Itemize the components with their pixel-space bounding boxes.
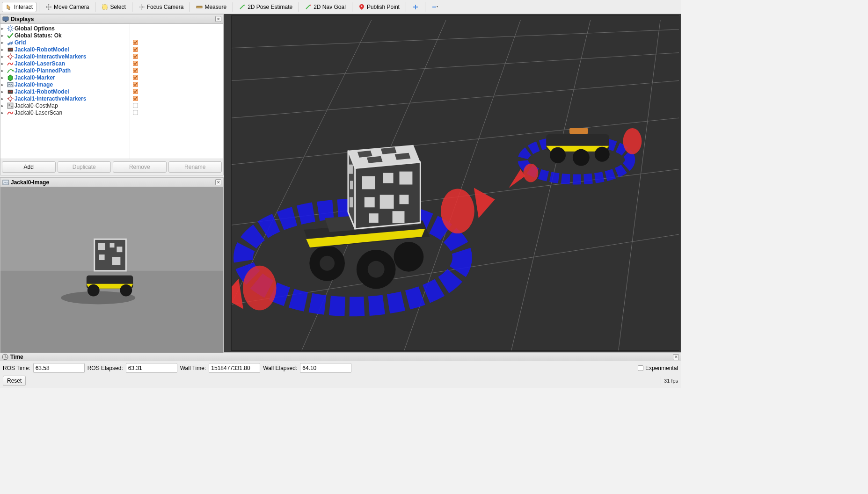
checkbox-icon — [133, 110, 138, 115]
checkbox-icon — [133, 47, 138, 52]
svg-rect-0 — [102, 5, 107, 9]
svg-rect-61 — [350, 197, 353, 207]
svg-point-16 — [11, 91, 12, 92]
plus-tool-button[interactable] — [408, 2, 423, 12]
tree-label: Jackal0-Marker — [15, 74, 55, 81]
svg-rect-30 — [110, 243, 115, 247]
wall-time-label: Wall Time: — [180, 365, 206, 371]
reset-button[interactable]: Reset — [3, 376, 26, 386]
move-camera-button[interactable]: Move Camera — [42, 2, 93, 12]
add-button[interactable]: Add — [2, 161, 56, 173]
tree-row[interactable]: ▸Jackal1-RobotModel — [0, 88, 130, 95]
tree-row[interactable]: ▸Jackal0-CostMap — [0, 102, 130, 109]
tree-row[interactable]: ▸Global Options — [0, 25, 130, 32]
duplicate-button[interactable]: Duplicate — [58, 161, 111, 173]
nav-goal-button[interactable]: 2D Nav Goal — [301, 2, 350, 12]
image-view[interactable] — [0, 187, 223, 353]
wall-time-input[interactable] — [209, 363, 260, 373]
laser-icon — [7, 109, 14, 116]
svg-point-44 — [441, 189, 474, 233]
ros-time-input[interactable] — [33, 363, 85, 373]
image-title: Jackal0-Image — [11, 179, 213, 186]
tree-row[interactable]: ▸Jackal0-RobotModel — [0, 46, 130, 53]
svg-rect-4 — [432, 7, 436, 7]
separator — [95, 2, 95, 12]
wall-elapsed-input[interactable] — [300, 363, 351, 373]
experimental-checkbox[interactable]: Experimental — [638, 365, 678, 371]
svg-point-27 — [120, 284, 132, 297]
tree-check-row[interactable] — [130, 67, 223, 74]
displays-header[interactable]: Displays ✕ — [0, 15, 223, 24]
svg-rect-32 — [112, 257, 120, 265]
tree-check-row[interactable] — [130, 60, 223, 67]
separator — [299, 2, 299, 12]
close-time-button[interactable]: ✕ — [673, 354, 679, 360]
focus-camera-label: Focus Camera — [147, 4, 184, 10]
tree-row[interactable]: ▸Jackal0-LaserScan — [0, 60, 130, 67]
pose-estimate-button[interactable]: 2D Pose Estimate — [235, 2, 296, 12]
ros-elapsed-label: ROS Elapsed: — [88, 365, 123, 371]
wall-elapsed-label: Wall Elapsed: — [263, 365, 297, 371]
tree-check-row[interactable] — [130, 39, 223, 46]
robot-icon — [7, 88, 14, 95]
tree-label: Grid — [15, 39, 26, 46]
svg-rect-56 — [400, 195, 409, 204]
svg-rect-52 — [383, 173, 394, 183]
svg-point-1 — [141, 6, 143, 8]
tree-label: Jackal0-InteractiveMarkers — [15, 53, 86, 60]
main-row: Displays ✕ ▸Global Options▸Global Status… — [0, 14, 681, 352]
tree-check-row[interactable] — [130, 88, 223, 95]
tree-row[interactable]: ▸Jackal0-LaserScan — [0, 109, 130, 116]
tree-check-row[interactable] — [130, 95, 223, 102]
tree-row[interactable]: ▸Jackal0-InteractiveMarkers — [0, 53, 130, 60]
tree-check-row — [130, 32, 223, 39]
experimental-label: Experimental — [645, 365, 678, 371]
checkbox-icon — [133, 40, 138, 45]
select-icon — [102, 4, 108, 10]
ros-elapsed-input[interactable] — [126, 363, 177, 373]
svg-rect-19 — [9, 104, 11, 106]
close-image-button[interactable]: ✕ — [215, 179, 221, 185]
measure-button[interactable]: Measure — [192, 2, 230, 12]
tree-check-row[interactable] — [130, 81, 223, 88]
tree-row[interactable]: ▸Jackal0-Image — [0, 81, 130, 88]
tree-row[interactable]: ▸Global Status: Ok — [0, 32, 130, 39]
move-camera-label: Move Camera — [54, 4, 89, 10]
tree-check-row[interactable] — [130, 46, 223, 53]
tree-row[interactable]: ▸Jackal1-InteractiveMarkers — [0, 95, 130, 102]
svg-rect-55 — [380, 195, 394, 209]
left-column: Displays ✕ ▸Global Options▸Global Status… — [0, 14, 224, 352]
svg-rect-54 — [365, 197, 375, 207]
publish-point-button[interactable]: Publish Point — [355, 2, 403, 12]
measure-label: Measure — [204, 4, 226, 10]
interact-button[interactable]: Interact — [2, 2, 36, 12]
select-button[interactable]: Select — [98, 2, 129, 12]
tree-check-row[interactable] — [130, 53, 223, 60]
image-header[interactable]: Jackal0-Image ✕ — [0, 178, 223, 187]
svg-rect-60 — [350, 181, 353, 189]
tree-check-row[interactable] — [130, 109, 223, 116]
time-header[interactable]: Time ✕ — [0, 353, 681, 361]
tree-check-row[interactable] — [130, 102, 223, 109]
3d-viewport[interactable] — [231, 15, 679, 351]
focus-camera-button[interactable]: Focus Camera — [135, 2, 188, 12]
time-row: ROS Time: ROS Elapsed: Wall Time: Wall E… — [0, 361, 681, 375]
displays-panel: Displays ✕ ▸Global Options▸Global Status… — [0, 14, 224, 175]
svg-point-40 — [573, 149, 590, 166]
close-displays-button[interactable]: ✕ — [215, 16, 221, 22]
svg-point-41 — [595, 147, 610, 162]
minus-dropdown-button[interactable] — [428, 2, 442, 12]
svg-rect-42 — [569, 128, 588, 134]
reset-row: Reset 31 fps — [0, 375, 681, 388]
svg-rect-59 — [349, 165, 353, 174]
tree-row[interactable]: ▸Grid — [0, 39, 130, 46]
remove-button[interactable]: Remove — [113, 161, 167, 173]
tree-row[interactable]: ▸Jackal0-PlannedPath — [0, 67, 130, 74]
tree-row[interactable]: ▸Jackal0-Marker — [0, 74, 130, 81]
rename-button[interactable]: Rename — [168, 161, 222, 173]
displays-tree[interactable]: ▸Global Options▸Global Status: Ok▸Grid▸J… — [0, 24, 223, 159]
toolbar: Interact Move Camera Select Focus Camera… — [0, 0, 681, 14]
rviz-window: Interact Move Camera Select Focus Camera… — [0, 0, 681, 388]
tree-check-row[interactable] — [130, 74, 223, 81]
right-column — [224, 14, 681, 352]
